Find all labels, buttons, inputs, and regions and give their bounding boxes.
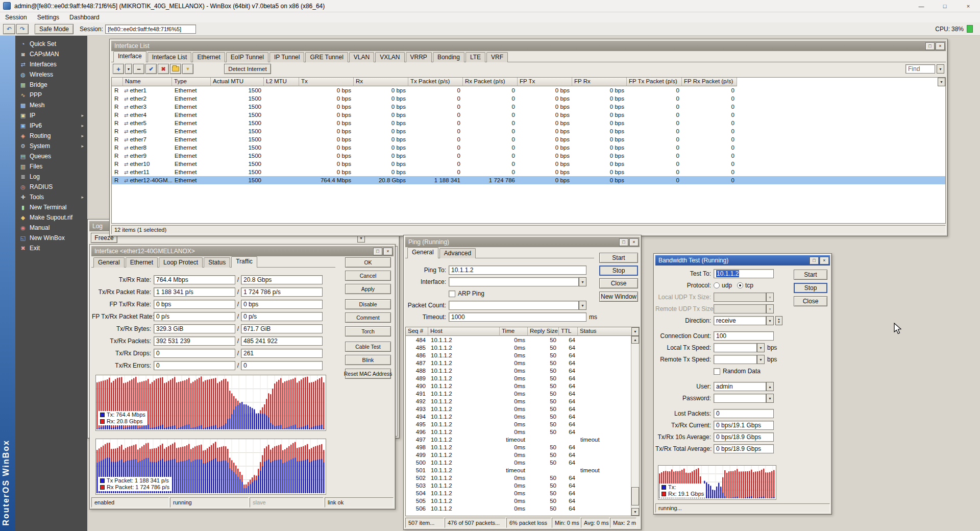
- ping-row[interactable]: 48610.1.1.20ms5064: [406, 351, 639, 359]
- table-row[interactable]: R⇄ether1Ethernet15000 bps0 bps000 bps0 b…: [112, 86, 945, 94]
- tab-vlan[interactable]: VLAN: [349, 52, 374, 62]
- user-input[interactable]: admin: [714, 382, 766, 391]
- close-button[interactable]: Close: [599, 278, 638, 288]
- find-input[interactable]: Find: [905, 64, 935, 74]
- random-data-checkbox[interactable]: [714, 368, 720, 375]
- scroll-up-icon[interactable]: ▲: [631, 336, 639, 344]
- ping-tab-general[interactable]: General: [407, 247, 438, 258]
- sidebar-item-log[interactable]: ≣Log: [15, 172, 87, 182]
- sidebar-item-ppp[interactable]: ∿PPP: [15, 90, 87, 100]
- tcp-radio[interactable]: [737, 282, 743, 288]
- stop-button[interactable]: Stop: [794, 283, 827, 293]
- direction-dropdown-icon[interactable]: ▼: [766, 316, 774, 325]
- remote-tx-dropdown-icon[interactable]: ▼: [757, 355, 765, 364]
- dialog-tab-general[interactable]: General: [93, 257, 125, 268]
- start-button[interactable]: Start: [794, 270, 827, 280]
- user-dropdown-icon[interactable]: ▲: [766, 382, 774, 391]
- ping-row[interactable]: 50210.1.1.20ms5064: [406, 474, 639, 481]
- ping-to-input[interactable]: 10.1.1.2: [449, 266, 586, 275]
- cable-test-button[interactable]: Cable Test: [345, 342, 391, 352]
- tab-gre-tunnel[interactable]: GRE Tunnel: [305, 52, 348, 62]
- interface-dropdown-icon[interactable]: ▼: [579, 277, 586, 286]
- menu-session[interactable]: Session: [0, 13, 32, 22]
- sidebar-item-make-supout-rif[interactable]: ◆Make Supout.rif: [15, 212, 87, 223]
- ping-row[interactable]: 48810.1.1.20ms5064: [406, 367, 639, 374]
- ok-button[interactable]: OK: [345, 257, 391, 268]
- ping-row[interactable]: 48410.1.1.20ms5064: [406, 336, 639, 344]
- column-header-time[interactable]: Time: [500, 327, 528, 336]
- field-value[interactable]: 261: [241, 349, 323, 358]
- sidebar-item-new-winbox[interactable]: ◱New WinBox: [15, 233, 87, 243]
- torch-button[interactable]: Torch: [345, 326, 391, 336]
- apply-button[interactable]: Apply: [345, 284, 391, 294]
- column-header-name[interactable]: Name: [123, 78, 172, 86]
- timeout-input[interactable]: 1000: [449, 312, 586, 322]
- column-header-l2-mtu[interactable]: L2 MTU: [264, 78, 299, 86]
- redo-button[interactable]: ↷: [16, 24, 29, 34]
- sidebar-item-queues[interactable]: ▤Queues: [15, 151, 87, 161]
- field-value[interactable]: 392 531 239: [154, 336, 235, 346]
- stop-button[interactable]: Stop: [599, 266, 638, 276]
- sidebar-item-manual[interactable]: ◉Manual: [15, 223, 87, 233]
- local-tx-dropdown-icon[interactable]: ▼: [757, 343, 765, 352]
- dialog-tab-status[interactable]: Status: [204, 257, 230, 268]
- packet-count-dropdown-icon[interactable]: ▼: [579, 301, 586, 310]
- ping-row[interactable]: 50510.1.1.20ms5064: [406, 497, 639, 504]
- enable-button[interactable]: ✔: [145, 64, 157, 74]
- direction-select[interactable]: receive: [714, 316, 766, 325]
- column-header-seq[interactable]: Seq #: [406, 327, 428, 336]
- ping-row[interactable]: 49710.1.1.2timeouttimeout: [406, 436, 639, 443]
- tab-interface-list[interactable]: Interface List: [148, 52, 192, 62]
- close-button[interactable]: ×: [936, 42, 945, 50]
- arp-ping-checkbox[interactable]: [449, 291, 455, 297]
- table-row[interactable]: R⇄ether11Ethernet15000 bps0 bps000 bps0 …: [112, 168, 945, 176]
- column-header-tx-packet-p-s[interactable]: Tx Packet (p/s): [408, 78, 463, 86]
- sidebar-item-bridge[interactable]: ▦Bridge: [15, 80, 87, 90]
- close-button[interactable]: Close: [794, 296, 827, 306]
- ping-row[interactable]: 49110.1.1.20ms5064: [406, 390, 639, 397]
- column-header-fp-rx[interactable]: FP Rx: [572, 78, 627, 86]
- field-value[interactable]: 1 724 786 p/s: [241, 287, 323, 297]
- menu-dashboard[interactable]: Dashboard: [64, 13, 105, 22]
- field-value[interactable]: 0 p/s: [154, 312, 235, 321]
- ping-row[interactable]: 50010.1.1.20ms5064: [406, 458, 639, 466]
- ping-row[interactable]: 49910.1.1.20ms5064: [406, 451, 639, 458]
- ping-row[interactable]: 50410.1.1.20ms5064: [406, 489, 639, 497]
- add-button[interactable]: +: [113, 64, 124, 74]
- ping-row[interactable]: 49010.1.1.20ms5064: [406, 382, 639, 390]
- scroll-down-icon[interactable]: ▼: [631, 508, 639, 516]
- new-window-button[interactable]: New Window: [599, 292, 638, 302]
- column-header-reply-size[interactable]: Reply Size: [528, 327, 559, 336]
- sidebar-item-new-terminal[interactable]: ▮New Terminal: [15, 202, 87, 212]
- ping-row[interactable]: 49610.1.1.20ms5064: [406, 428, 639, 436]
- table-row[interactable]: R⇄ether10Ethernet15000 bps0 bps000 bps0 …: [112, 160, 945, 168]
- column-header-fp-tx-packet-p-s[interactable]: FP Tx Packet (p/s): [627, 78, 682, 86]
- close-button[interactable]: ×: [957, 0, 980, 12]
- add-dropdown-icon[interactable]: ▼: [125, 64, 132, 74]
- reset-mac-address-button[interactable]: Reset MAC Address: [345, 369, 391, 379]
- disable-button[interactable]: ✖: [158, 64, 169, 74]
- safe-mode-button[interactable]: Safe Mode: [35, 24, 74, 34]
- disable-button[interactable]: Disable: [345, 299, 391, 309]
- sidebar-item-capsman[interactable]: ◙CAPsMAN: [15, 49, 87, 59]
- comment-button[interactable]: Comment: [345, 312, 391, 323]
- column-header-flag[interactable]: [112, 78, 123, 86]
- field-value[interactable]: 0 bps: [241, 300, 323, 309]
- ping-row[interactable]: 49810.1.1.20ms5064: [406, 443, 639, 451]
- find-dropdown-icon[interactable]: ▼: [937, 64, 944, 74]
- ping-row[interactable]: 49510.1.1.20ms5064: [406, 420, 639, 428]
- minimize-button[interactable]: —: [910, 0, 933, 12]
- tab-bonding[interactable]: Bonding: [433, 52, 464, 62]
- sidebar-item-system[interactable]: ⚙System▸: [15, 141, 87, 151]
- maximize-button[interactable]: □: [925, 42, 935, 50]
- ping-tab-advanced[interactable]: Advanced: [439, 248, 476, 258]
- detect-internet-button[interactable]: Detect Internet: [224, 64, 271, 74]
- field-value[interactable]: 0: [241, 361, 323, 370]
- table-row[interactable]: R⇄ether7Ethernet15000 bps0 bps000 bps0 b…: [112, 135, 945, 143]
- table-row[interactable]: R⇄ether8Ethernet15000 bps0 bps000 bps0 b…: [112, 143, 945, 152]
- table-row[interactable]: R⇄ether5Ethernet15000 bps0 bps000 bps0 b…: [112, 119, 945, 127]
- comment-button[interactable]: [170, 64, 181, 74]
- packet-count-input[interactable]: [449, 301, 579, 310]
- table-row[interactable]: R⇄ether12-40GM...Ethernet1500764.4 Mbps2…: [112, 176, 945, 184]
- tab-ethernet[interactable]: Ethernet: [192, 52, 225, 62]
